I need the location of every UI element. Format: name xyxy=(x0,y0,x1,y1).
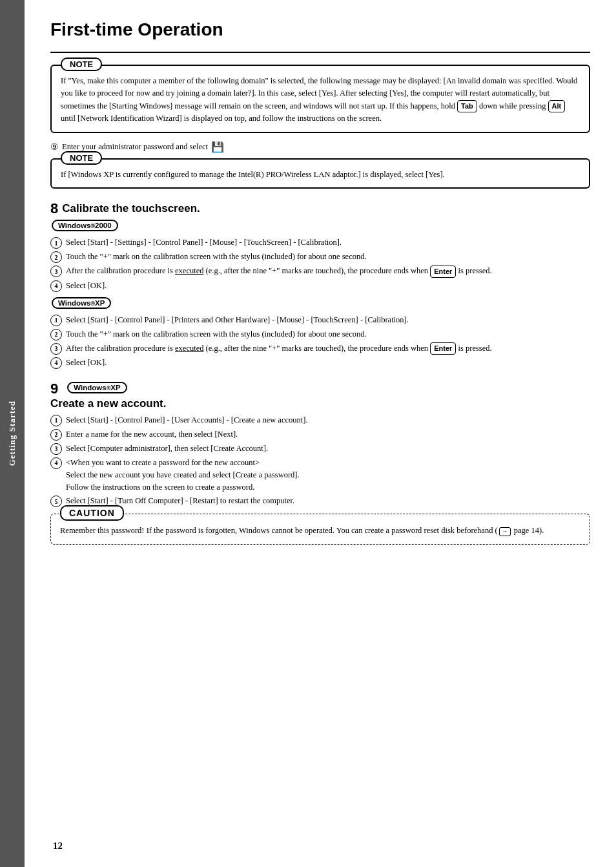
circle-s9-5: 5 xyxy=(50,496,62,507)
list-item: 2 Enter a name for the new account, then… xyxy=(50,428,590,441)
step-text: Select [OK]. xyxy=(66,357,107,369)
step-text: Select [Start] - [Control Panel] - [User… xyxy=(66,414,308,426)
circle-4b: 4 xyxy=(50,357,62,369)
step9-num: 9 xyxy=(50,381,58,397)
step-text: Select [Computer administrator], then se… xyxy=(66,443,268,455)
step9-header-row: 9 Windows®XP xyxy=(50,381,590,397)
note-box-2: NOTE If [Windows XP is currently configu… xyxy=(50,158,590,189)
note-content-1: If "Yes, make this computer a member of … xyxy=(61,75,580,125)
list-item: 4 Select [OK]. xyxy=(50,357,590,369)
circle-s9-2: 2 xyxy=(50,429,62,441)
step-text: Touch the "+" mark on the calibration sc… xyxy=(66,328,367,340)
winxp-badge-9: Windows®XP xyxy=(67,382,127,393)
step8-title: Calibrate the touchscreen. xyxy=(62,202,200,215)
step8-header: 8 Calibrate the touchscreen. xyxy=(50,200,590,217)
circle-s9-3: 3 xyxy=(50,443,62,455)
sidebar: Getting Started xyxy=(0,0,25,867)
sidebar-label: Getting Started xyxy=(7,401,17,466)
list-item: 4 <When you want to create a password fo… xyxy=(50,457,590,494)
step-text: After the calibration procedure is execu… xyxy=(66,342,492,355)
list-item: 5 Select [Start] - [Turn Off Computer] -… xyxy=(50,495,590,507)
list-item: 4 Select [OK]. xyxy=(50,280,590,292)
circle-4: 4 xyxy=(50,280,62,292)
note-content-2: If [Windows XP is currently configured t… xyxy=(61,169,580,181)
win2000-badge: Windows®2000 xyxy=(52,220,118,231)
note-label-2: NOTE xyxy=(61,151,102,165)
note-label-1: NOTE xyxy=(61,57,102,71)
list-item: 1 Select [Start] - [Control Panel] - [Pr… xyxy=(50,314,590,326)
circle-1: 1 xyxy=(50,237,62,249)
circle-3b: 3 xyxy=(50,343,62,355)
sub-step-2: Follow the instructions on the screen to… xyxy=(50,481,254,494)
admin-step-text: Enter your administrator password and se… xyxy=(62,142,208,152)
step-text: Select [Start] - [Settings] - [Control P… xyxy=(66,236,342,249)
sub-step-1: Select the new account you have created … xyxy=(50,469,300,481)
step-text: Touch the "+" mark on the calibration sc… xyxy=(66,251,367,263)
caution-box: CAUTION Remember this password! If the p… xyxy=(50,514,590,544)
note1-text2: down while pressing xyxy=(477,101,548,110)
note1-text3: until [Network Identification Wizard] is… xyxy=(61,114,382,123)
win2000-section: Windows®2000 xyxy=(50,220,590,234)
list-item: 2 Touch the "+" mark on the calibration … xyxy=(50,328,590,340)
admin-step-circle: ⑨ xyxy=(50,141,59,152)
step9-list: 1 Select [Start] - [Control Panel] - [Us… xyxy=(50,414,590,508)
list-item: 1 Select [Start] - [Control Panel] - [Us… xyxy=(50,414,590,426)
circle-2b: 2 xyxy=(50,329,62,340)
note-box-1: NOTE If "Yes, make this computer a membe… xyxy=(50,65,590,133)
circle-2: 2 xyxy=(50,251,62,263)
step-text: After the calibration procedure is execu… xyxy=(66,265,492,277)
main-content: First-time Operation NOTE If "Yes, make … xyxy=(25,0,616,867)
caution-ref: page 14). xyxy=(512,526,544,535)
winxp-section-8: Windows®XP xyxy=(50,297,590,311)
ref-icon: → xyxy=(499,527,511,536)
list-item: 3 After the calibration procedure is exe… xyxy=(50,342,590,355)
step8-num: 8 xyxy=(50,200,58,217)
step-text: <When you want to create a password for … xyxy=(66,457,260,469)
list-item: 1 Select [Start] - [Settings] - [Control… xyxy=(50,236,590,249)
page-number: 12 xyxy=(53,841,63,851)
admin-step: ⑨ Enter your administrator password and … xyxy=(50,141,590,153)
step-text: Select [Start] - [Control Panel] - [Prin… xyxy=(66,314,409,326)
list-item: 2 Touch the "+" mark on the calibration … xyxy=(50,251,590,263)
caution-content: Remember this password! If the password … xyxy=(60,525,580,537)
caution-text: Remember this password! If the password … xyxy=(60,526,498,535)
list-item: 3 After the calibration procedure is exe… xyxy=(50,265,590,277)
alt-key: Alt xyxy=(548,100,566,112)
caution-label: CAUTION xyxy=(60,505,124,521)
circle-1b: 1 xyxy=(50,315,62,326)
step9-title: Create a new account. xyxy=(50,397,590,410)
winxp-step-list-8: 1 Select [Start] - [Control Panel] - [Pr… xyxy=(50,314,590,369)
circle-s9-1: 1 xyxy=(50,415,62,426)
admin-step-icon: 💾 xyxy=(211,141,224,153)
step-text: Select [OK]. xyxy=(66,280,107,292)
page-title: First-time Operation xyxy=(50,19,590,40)
divider xyxy=(50,52,590,53)
step-text: Enter a name for the new account, then s… xyxy=(66,428,238,441)
tab-key: Tab xyxy=(457,100,477,112)
win2000-step-list: 1 Select [Start] - [Settings] - [Control… xyxy=(50,236,590,291)
winxp-badge-8: Windows®XP xyxy=(52,297,111,309)
circle-3: 3 xyxy=(50,266,62,277)
list-item: 3 Select [Computer administrator], then … xyxy=(50,443,590,455)
circle-s9-4: 4 xyxy=(50,457,62,469)
